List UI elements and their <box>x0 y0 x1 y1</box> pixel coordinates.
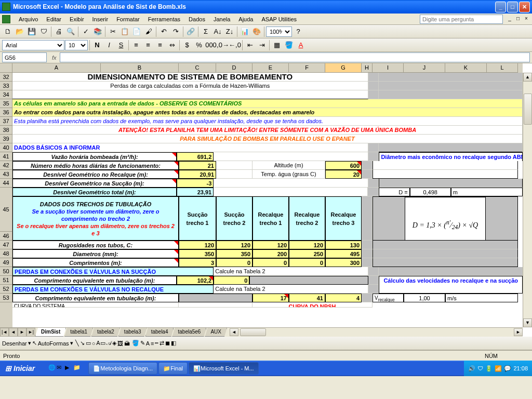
arrow-icon[interactable]: ↘ <box>80 340 85 347</box>
line-icon[interactable]: ╲ <box>75 340 79 347</box>
row-header-33[interactable]: 33 <box>0 82 12 90</box>
italic-icon[interactable]: I <box>103 39 115 51</box>
borders-icon[interactable]: ▦ <box>271 39 283 51</box>
row-header-36[interactable]: 36 <box>0 108 12 117</box>
menu-inserir[interactable]: Inserir <box>88 15 113 23</box>
vrecalque-label[interactable]: Vrecalque <box>373 294 404 302</box>
row-header-48[interactable]: 48 <box>0 249 12 258</box>
section-dados-basicos[interactable]: DADOS BÁSICOS A INFORMAR <box>12 143 368 152</box>
sort-asc-icon[interactable]: A↓ <box>212 26 223 37</box>
arrow-style-icon[interactable]: ⇄ <box>159 340 164 347</box>
col-recalque1[interactable]: Recalque trecho 1 <box>252 196 289 241</box>
fx-icon[interactable]: fx <box>52 55 57 61</box>
draw-menu[interactable]: Desenhar <box>2 340 27 347</box>
select-all-corner[interactable] <box>0 63 12 73</box>
col-header-G[interactable]: G <box>325 63 362 73</box>
row-header-46[interactable]: 46 <box>0 232 12 241</box>
cell-grid[interactable]: DIMENSIONAMENTO DE SISTEMA DE BOMBEAMENT… <box>12 73 523 327</box>
row-header-35[interactable]: 35 <box>0 99 12 108</box>
hyperlink-icon[interactable]: 🔗 <box>185 26 196 37</box>
tray-icon[interactable]: 📶 <box>495 365 502 372</box>
tray-icon[interactable]: 🔋 <box>485 365 493 372</box>
zoom-combo[interactable]: 100% <box>266 26 292 37</box>
formula-bar-input[interactable] <box>60 52 530 62</box>
menu-ajuda[interactable]: Ajuda <box>234 15 257 23</box>
font-color-draw-icon[interactable]: A <box>146 340 150 347</box>
row-header-49[interactable]: 49 <box>0 258 12 267</box>
sheet-tab-tabela2[interactable]: tabela2 <box>91 328 120 337</box>
label-comp-equiv-recalque[interactable]: Comprimento equivalente em tubulação (m)… <box>12 294 179 302</box>
menu-formatar[interactable]: Formatar <box>112 15 144 23</box>
row-header-52[interactable]: 52 <box>0 285 12 294</box>
fill-color-draw-icon[interactable]: 🪣 <box>132 340 139 347</box>
row-header-41[interactable]: 41 <box>0 152 12 161</box>
vrecalque-unit[interactable]: m/s <box>445 294 518 302</box>
col-header-I[interactable]: I <box>373 63 404 73</box>
redo-icon[interactable]: ↷ <box>170 26 181 37</box>
row-header-42[interactable]: 42 <box>0 161 12 170</box>
tab-last-icon[interactable]: ►| <box>26 328 35 337</box>
col-header-J[interactable]: J <box>404 63 445 73</box>
wordart-icon[interactable]: 𝒜 <box>107 340 111 347</box>
sheet-tab-dimsist[interactable]: DimSist <box>35 328 66 337</box>
val-horas[interactable]: 21 <box>179 161 216 170</box>
tab-prev-icon[interactable]: ◄ <box>9 328 18 337</box>
val-desnivel-succao[interactable]: -3 <box>177 179 214 188</box>
row-header-38[interactable]: 38 <box>0 126 12 135</box>
col-header-C[interactable]: C <box>179 63 216 73</box>
help-question-input[interactable] <box>420 15 503 24</box>
shadow-icon[interactable]: ◼ <box>165 340 170 347</box>
taskbar-item-active[interactable]: 📊 Microsoft Excel - M... <box>189 362 259 375</box>
col-header-K[interactable]: K <box>445 63 487 73</box>
menu-editar[interactable]: Editar <box>42 15 65 23</box>
vrecalque-value[interactable]: 1,00 <box>404 294 445 302</box>
cell-title[interactable]: DIMENSIONAMENTO DE SISTEMA DE BOMBEAMENT… <box>12 73 368 82</box>
vscroll-thumb[interactable] <box>524 94 532 125</box>
comma-icon[interactable]: 000 <box>205 39 217 51</box>
row-header-37[interactable]: 37 <box>0 117 12 126</box>
maximize-button[interactable]: □ <box>507 2 518 12</box>
label-comp-equiv-succao[interactable]: Comprimento equivalente em tubulação (m)… <box>12 276 177 285</box>
doc-minimize-button[interactable]: _ <box>506 16 513 23</box>
row-header-45[interactable]: 45 <box>0 188 12 232</box>
col-succao2[interactable]: Sucção trecho 2 <box>216 196 252 241</box>
sheet-tab-tabela4[interactable]: tabela4 <box>145 328 174 337</box>
oval-icon[interactable]: ○ <box>92 340 96 347</box>
open-icon[interactable]: 📂 <box>14 26 25 37</box>
increase-indent-icon[interactable]: ⇥ <box>256 39 268 51</box>
menu-dados[interactable]: Dados <box>184 15 209 23</box>
line-style-icon[interactable]: ≡ <box>151 340 154 347</box>
label-horas[interactable]: Número médio horas diárias de funcioname… <box>12 161 179 170</box>
select-objects-icon[interactable]: ↖ <box>32 340 37 347</box>
section-perdas-succao[interactable]: PERDAS EM CONEXÕES E VÁLVULAS NA SUCÇÃO <box>12 267 214 276</box>
cell-subtitle[interactable]: Perdas de carga calculadas com a Fórmula… <box>12 82 368 90</box>
menu-arquivo[interactable]: Arquivo <box>15 15 42 23</box>
currency-icon[interactable]: $ <box>181 39 193 51</box>
dash-style-icon[interactable]: ┅ <box>155 340 158 347</box>
label-rugosidades[interactable]: Rugosidades nos tubos, C: <box>12 241 179 249</box>
row-header-43[interactable]: 43 <box>0 170 12 179</box>
3d-icon[interactable]: ◧ <box>171 340 176 347</box>
font-name-combo[interactable]: Arial <box>2 40 64 50</box>
format-painter-icon[interactable]: 🖌 <box>143 26 154 37</box>
val-altitude[interactable]: 600 <box>325 161 362 170</box>
merge-center-icon[interactable]: ⇔ <box>166 39 178 51</box>
copy-icon[interactable]: 📋 <box>119 26 130 37</box>
permission-icon[interactable]: 🛡 <box>38 26 49 37</box>
row-headers[interactable]: 3233343536373839404142434445464748495051… <box>0 73 12 327</box>
label-diametros[interactable]: Diametros (mm): <box>12 249 179 258</box>
rectangle-icon[interactable]: ▭ <box>86 340 91 347</box>
quicklaunch-icon[interactable]: ✉ <box>57 364 65 373</box>
font-color-icon[interactable]: A <box>295 39 307 51</box>
save-icon[interactable]: 💾 <box>26 26 37 37</box>
menu-ferramentas[interactable]: Ferramentas <box>144 15 184 23</box>
taskbar-item[interactable]: 📁 Final <box>158 362 188 375</box>
row-header-44[interactable]: 44 <box>0 179 12 188</box>
row-header-47[interactable]: 47 <box>0 241 12 249</box>
column-headers[interactable]: ABCDEFGHIJKL <box>12 63 523 73</box>
close-button[interactable]: ✕ <box>519 2 530 12</box>
horizontal-scrollbar[interactable]: ◄ ► <box>230 328 523 337</box>
tray-icon[interactable]: 💬 <box>504 365 511 372</box>
print-preview-icon[interactable]: 🔍 <box>65 26 76 37</box>
col-succao1[interactable]: Sucção trecho 1 <box>179 196 216 241</box>
